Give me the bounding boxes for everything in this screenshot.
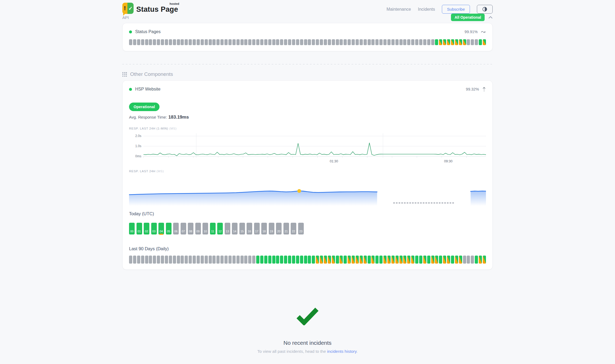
uptime-bar-gray[interactable] [292, 39, 295, 45]
hour-block-00[interactable]: 00 [129, 223, 135, 234]
uptime-bar-green[interactable] [272, 256, 275, 264]
all-operational-badge[interactable]: All Operational [451, 14, 485, 21]
uptime-bar-gray[interactable] [415, 39, 418, 45]
uptime-bar-mixed[interactable] [340, 256, 343, 264]
uptime-bar-gray[interactable] [228, 39, 232, 45]
uptime-bar-gray[interactable] [276, 39, 279, 45]
uptime-bar-mixed[interactable] [320, 256, 323, 264]
uptime-bar-green[interactable] [435, 39, 438, 45]
uptime-bar-gray[interactable] [411, 39, 414, 45]
uptime-bar-green[interactable] [296, 256, 299, 264]
uptime-bar-gray[interactable] [141, 256, 144, 264]
uptime-bar-gray[interactable] [364, 39, 367, 45]
uptime-bar-gray[interactable] [260, 39, 263, 45]
uptime-bar-mixed[interactable] [483, 256, 486, 264]
uptime-bar-mixed[interactable] [463, 39, 466, 45]
uptime-bar-gray[interactable] [153, 256, 156, 264]
hour-block-22[interactable]: 22 [291, 223, 296, 234]
uptime-bar-mixed[interactable] [431, 256, 434, 264]
uptime-bar-gray[interactable] [177, 256, 180, 264]
uptime-bar-gray[interactable] [419, 39, 422, 45]
uptime-bar-mixed[interactable] [411, 256, 414, 264]
uptime-bar-gray[interactable] [212, 256, 216, 264]
uptime-bar-mixed[interactable] [459, 256, 462, 264]
uptime-bar-mixed[interactable] [364, 256, 367, 264]
response-time-chart[interactable]: 2.0s1.0s0ms 01:3009:30 [129, 133, 486, 160]
uptime-bar-mixed[interactable] [443, 256, 446, 264]
uptime-bar-gray[interactable] [177, 39, 180, 45]
uptime-bar-gray[interactable] [268, 39, 271, 45]
nav-maintenance[interactable]: Maintenance [387, 7, 411, 12]
uptime-bar-gray[interactable] [209, 256, 212, 264]
uptime-bar-gray[interactable] [256, 39, 259, 45]
uptime-bar-gray[interactable] [248, 39, 251, 45]
hour-block-21[interactable]: 21 [283, 223, 289, 234]
uptime-bar-green[interactable] [304, 256, 307, 264]
uptime-bar-mixed[interactable] [407, 256, 410, 264]
uptime-bar-mixed[interactable] [348, 256, 351, 264]
uptime-bar-green[interactable] [308, 256, 311, 264]
uptime-bar-green[interactable] [260, 256, 263, 264]
uptime-bar-gray[interactable] [157, 256, 160, 264]
uptime-bar-gray[interactable] [169, 39, 172, 45]
uptime-bar-gray[interactable] [169, 256, 172, 264]
uptime-bar-gray[interactable] [197, 256, 200, 264]
hour-block-17[interactable]: 17 [254, 223, 260, 234]
uptime-bar-green[interactable] [368, 256, 371, 264]
hour-block-04[interactable]: 04 [158, 223, 164, 234]
uptime-bar-gray[interactable] [471, 39, 474, 45]
uptime-bar-gray[interactable] [264, 39, 267, 45]
uptime-bar-gray[interactable] [399, 39, 403, 45]
uptime-bar-green[interactable] [284, 256, 287, 264]
uptime-bar-mixed[interactable] [387, 256, 391, 264]
uptime-bar-green[interactable] [451, 256, 454, 264]
uptime-bar-gray[interactable] [220, 39, 224, 45]
uptime-bar-green[interactable] [439, 256, 442, 264]
uptime-bar-gray[interactable] [308, 39, 311, 45]
uptime-bar-mixed[interactable] [451, 39, 454, 45]
hour-block-12[interactable]: 12 [217, 223, 223, 234]
uptime-bar-gray[interactable] [467, 256, 470, 264]
uptime-bar-mixed[interactable] [483, 39, 486, 45]
highlight-dot[interactable] [297, 189, 301, 193]
uptime-bar-gray[interactable] [165, 256, 168, 264]
uptime-bar-gray[interactable] [224, 39, 228, 45]
uptime-bar-mixed[interactable] [328, 256, 331, 264]
hour-block-10[interactable]: 10 [203, 223, 208, 234]
uptime-bar-gray[interactable] [320, 39, 323, 45]
uptime-bar-gray[interactable] [189, 256, 192, 264]
uptime-bar-gray[interactable] [407, 39, 410, 45]
uptime-bar-gray[interactable] [383, 39, 387, 45]
uptime-bar-gray[interactable] [181, 39, 184, 45]
uptime-bar-green[interactable] [292, 256, 295, 264]
hour-block-01[interactable]: 01 [137, 223, 142, 234]
hour-block-08[interactable]: 08 [188, 223, 193, 234]
uptime-bar-gray[interactable] [427, 39, 430, 45]
uptime-bar-gray[interactable] [224, 256, 228, 264]
uptime-bar-mixed[interactable] [371, 256, 375, 264]
uptime-bar-gray[interactable] [129, 256, 132, 264]
uptime-bar-gray[interactable] [193, 39, 196, 45]
uptime-bar-green[interactable] [475, 256, 478, 264]
uptime-bar-gray[interactable] [431, 39, 434, 45]
hour-block-20[interactable]: 20 [276, 223, 282, 234]
uptime-bar-mixed[interactable] [360, 256, 363, 264]
uptime-bar-gray[interactable] [248, 256, 251, 264]
uptime-bar-mixed[interactable] [395, 256, 399, 264]
uptime-bar-gray[interactable] [197, 39, 200, 45]
uptime-bar-gray[interactable] [216, 256, 220, 264]
uptime-bar-gray[interactable] [352, 39, 355, 45]
uptime-bar-gray[interactable] [181, 256, 184, 264]
uptime-bar-gray[interactable] [471, 256, 474, 264]
uptime-bar-green[interactable] [344, 256, 347, 264]
uptime-bar-mixed[interactable] [423, 256, 426, 264]
uptime-bar-gray[interactable] [161, 256, 164, 264]
uptime-bar-gray[interactable] [145, 256, 148, 264]
uptime-bar-gray[interactable] [240, 39, 244, 45]
nav-incidents[interactable]: Incidents [418, 7, 435, 12]
uptime-bar-gray[interactable] [232, 39, 236, 45]
uptime-bar-gray[interactable] [149, 256, 152, 264]
uptime-bar-mixed[interactable] [443, 39, 446, 45]
uptime-bar-green[interactable] [479, 39, 482, 45]
uptime-bar-gray[interactable] [375, 39, 379, 45]
